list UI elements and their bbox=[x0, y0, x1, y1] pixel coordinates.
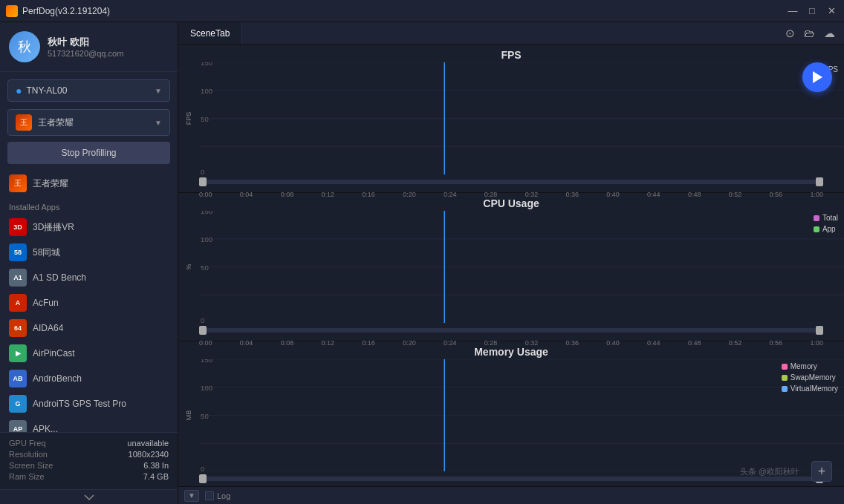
device-name: TNY-AL00 bbox=[26, 85, 67, 96]
content-area: SceneTab ⊙ 🗁 ☁ FPS FPS bbox=[178, 22, 844, 504]
avatar: 秋 bbox=[9, 31, 40, 62]
main-layout: 秋 秋叶 欧阳 517321620@qq.com ● TNY-AL00 ▼ 王 … bbox=[0, 22, 844, 504]
log-checkbox[interactable] bbox=[205, 491, 214, 500]
list-item[interactable]: AP APK... bbox=[0, 416, 178, 432]
cloud-icon[interactable]: ☁ bbox=[824, 27, 835, 40]
cpu-svg: 150 100 50 0 bbox=[199, 211, 844, 323]
app-icon-androids: G bbox=[9, 395, 27, 413]
tabbar-left: SceneTab bbox=[178, 22, 242, 44]
tabbar: SceneTab ⊙ 🗁 ☁ bbox=[178, 22, 844, 45]
legend-label: SwapMemory bbox=[791, 373, 836, 382]
cpu-legend: Total App bbox=[814, 214, 838, 233]
cpu-chart-title: CPU Usage bbox=[178, 193, 844, 211]
app-info: 王 王者荣耀 bbox=[16, 114, 74, 131]
fps-timeline-track[interactable] bbox=[199, 180, 823, 184]
top-app-item[interactable]: 王 王者荣耀 bbox=[0, 170, 178, 197]
list-item[interactable]: G AndroiTS GPS Test Pro bbox=[0, 391, 178, 416]
settings-icon[interactable]: ⊙ bbox=[785, 27, 795, 40]
cpu-timeline-track[interactable] bbox=[199, 328, 823, 333]
timeline-thumb-right[interactable] bbox=[816, 326, 823, 335]
cpu-timeline bbox=[178, 323, 844, 338]
gpu-freq-value: unavailable bbox=[127, 439, 169, 448]
cpu-chart: CPU Usage % 150 100 50 0 bbox=[178, 193, 844, 341]
svg-text:150: 150 bbox=[201, 359, 212, 364]
legend-item: VirtualMemory bbox=[782, 384, 838, 393]
sysinfo-row: Screen Size 6.38 In bbox=[9, 461, 169, 470]
timeline-thumb-left[interactable] bbox=[199, 326, 207, 335]
log-checkbox-area: Log bbox=[205, 491, 230, 500]
resolution-value: 1080x2340 bbox=[129, 450, 169, 459]
minimize-button[interactable]: — bbox=[786, 4, 799, 18]
list-item[interactable]: AB AndroBench bbox=[0, 366, 178, 391]
fps-chart-body: FPS 150 100 50 bbox=[178, 62, 844, 174]
memory-timeline-track[interactable] bbox=[199, 477, 823, 481]
legend-label: Total bbox=[822, 214, 838, 222]
app-icon-airpin: ▶ bbox=[9, 344, 27, 362]
list-item[interactable]: 3D 3D播播VR bbox=[0, 215, 178, 240]
list-item[interactable]: 64 AIDA64 bbox=[0, 315, 178, 341]
app-name: AndroBench bbox=[33, 373, 82, 384]
app-name: 3D播播VR bbox=[33, 221, 74, 234]
svg-text:100: 100 bbox=[201, 384, 212, 392]
app-name: AIDA64 bbox=[33, 323, 63, 333]
cpu-chart-body: % 150 100 50 0 bbox=[178, 211, 844, 323]
charts-container: FPS FPS 150 100 bbox=[178, 45, 844, 486]
titlebar-title: PerfDog(v3.2.191204) bbox=[22, 6, 110, 16]
tab-scene[interactable]: SceneTab bbox=[178, 22, 242, 44]
ram-size-label: Ram Size bbox=[9, 472, 45, 481]
chevron-down-icon bbox=[84, 494, 94, 500]
list-item[interactable]: ▶ AirPinCast bbox=[0, 341, 178, 366]
maximize-button[interactable]: □ bbox=[805, 4, 819, 18]
legend-label: App bbox=[822, 225, 836, 233]
play-button[interactable] bbox=[802, 62, 832, 92]
memory-timeline bbox=[178, 471, 844, 486]
play-icon bbox=[811, 71, 823, 84]
profile-name: 秋叶 欧阳 bbox=[48, 36, 123, 49]
memory-chart: Memory Usage MB 150 100 50 bbox=[178, 341, 844, 486]
app-name: A1 SD Bench bbox=[33, 272, 86, 283]
list-item[interactable]: A AcFun bbox=[0, 290, 178, 315]
stop-profiling-button[interactable]: Stop Profilling bbox=[7, 142, 170, 164]
device-info: ● TNY-AL00 bbox=[16, 85, 67, 96]
screen-size-value: 6.38 In bbox=[143, 461, 169, 470]
screen-size-label: Screen Size bbox=[9, 461, 53, 470]
top-app-name: 王者荣耀 bbox=[33, 177, 68, 190]
app-selector[interactable]: 王 王者荣耀 ▼ bbox=[7, 109, 170, 136]
ram-size-value: 7.4 GB bbox=[143, 472, 169, 481]
app-icon-acfun: A bbox=[9, 294, 27, 312]
profile-section: 秋 秋叶 欧阳 517321620@qq.com bbox=[0, 22, 178, 72]
top-app-icon: 王 bbox=[9, 174, 27, 192]
list-item[interactable]: A1 A1 SD Bench bbox=[0, 265, 178, 290]
timeline-thumb-left[interactable] bbox=[199, 177, 207, 186]
sysinfo-row: GPU Freq unavailable bbox=[9, 439, 169, 448]
memory-svg: 150 100 50 0 bbox=[199, 359, 844, 471]
resolution-label: Resolution bbox=[9, 450, 48, 459]
wifi-icon: ● bbox=[16, 85, 22, 96]
close-button[interactable]: ✕ bbox=[825, 4, 838, 18]
fps-timeline bbox=[178, 174, 844, 189]
app-icon-apk: AP bbox=[9, 420, 27, 432]
log-label: Log bbox=[217, 491, 230, 500]
app-list-container: 王 王者荣耀 Installed Apps 3D 3D播播VR 58 58同城 … bbox=[0, 170, 178, 432]
app-name: AirPinCast bbox=[33, 348, 75, 359]
timeline-thumb-left[interactable] bbox=[199, 474, 207, 483]
timeline-thumb-right[interactable] bbox=[816, 177, 823, 186]
add-chart-button[interactable]: + bbox=[811, 461, 832, 482]
cpu-chart-area: 150 100 50 0 Total bbox=[199, 211, 844, 323]
memory-legend: Memory SwapMemory VirtualMemory bbox=[782, 362, 838, 393]
folder-icon[interactable]: 🗁 bbox=[804, 27, 815, 39]
list-item[interactable]: 58 58同城 bbox=[0, 240, 178, 265]
fps-chart-title: FPS bbox=[178, 45, 844, 62]
app-name: APK... bbox=[33, 424, 58, 432]
legend-dot bbox=[782, 364, 788, 370]
app-icon-aida: 64 bbox=[9, 319, 27, 337]
log-scroll-button[interactable]: ▼ bbox=[184, 490, 199, 502]
titlebar-controls: — □ ✕ bbox=[786, 4, 838, 18]
device-selector[interactable]: ● TNY-AL00 ▼ bbox=[7, 79, 170, 102]
sidebar-scroll-button[interactable] bbox=[0, 489, 178, 504]
sysinfo-row: Ram Size 7.4 GB bbox=[9, 472, 169, 481]
titlebar-left: PerfDog(v3.2.191204) bbox=[6, 5, 110, 17]
app-dropdown-arrow: ▼ bbox=[155, 119, 162, 127]
legend-label: Memory bbox=[791, 362, 817, 370]
fps-svg: 150 100 50 0 bbox=[199, 62, 844, 174]
